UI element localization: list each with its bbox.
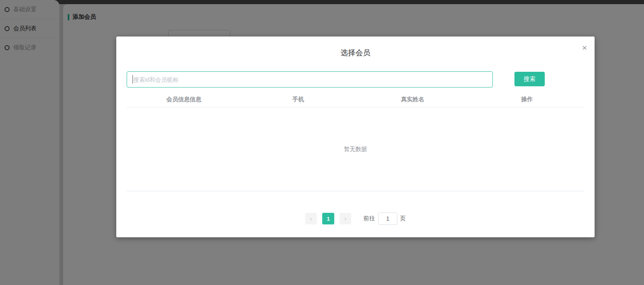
column-header-phone: 手机 <box>241 96 356 103</box>
close-icon[interactable]: × <box>582 43 587 52</box>
column-header-member-info: 会员信息信息 <box>127 96 241 103</box>
page-number-button[interactable]: 1 <box>322 213 334 224</box>
next-page-icon[interactable]: › <box>340 213 351 224</box>
goto-page-input[interactable] <box>378 212 397 225</box>
pagination: ‹ 1 › 前往 页 <box>116 212 595 225</box>
empty-data-text: 暂无数据 <box>344 146 367 153</box>
table-empty-area: 暂无数据 <box>127 107 584 191</box>
goto-page-label: 前往 <box>363 215 375 222</box>
search-button[interactable]: 搜索 <box>514 72 545 86</box>
column-header-real-name: 真实姓名 <box>355 96 470 103</box>
table-header-row: 会员信息信息 手机 真实姓名 操作 <box>127 92 584 107</box>
column-header-actions: 操作 <box>470 96 585 103</box>
search-row: 搜索 <box>127 71 584 88</box>
dialog-title: 选择会员 <box>116 48 595 58</box>
page-unit-label: 页 <box>400 215 406 222</box>
select-member-dialog: 选择会员 × 搜索 会员信息信息 手机 真实姓名 操作 暂无数据 ‹ 1 › 前… <box>116 37 595 237</box>
text-caret <box>132 75 133 84</box>
prev-page-icon[interactable]: ‹ <box>305 213 317 224</box>
search-input[interactable] <box>127 71 493 88</box>
